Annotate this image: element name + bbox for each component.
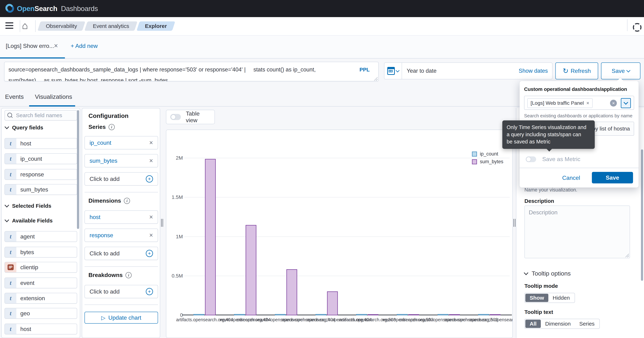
field-event[interactable]: tevent xyxy=(4,277,77,288)
bar-ip_count[interactable] xyxy=(397,314,408,315)
bar-ip_count[interactable] xyxy=(275,314,286,315)
breadcrumb: Observability Event analytics Explorer xyxy=(39,22,174,31)
tooltip-line: be saved as Metric xyxy=(507,138,590,145)
description-textarea[interactable] xyxy=(524,206,630,258)
search-field-names-input[interactable] xyxy=(4,110,77,121)
field-bytes[interactable]: tbytes xyxy=(4,247,77,257)
tab-events[interactable]: Events xyxy=(5,93,24,100)
tooltip-text-series[interactable]: Series xyxy=(575,320,599,328)
panel-scrollbar[interactable] xyxy=(641,149,643,281)
field-response[interactable]: tresponse xyxy=(4,169,77,180)
divider xyxy=(84,304,158,305)
series-item-ip-count[interactable]: ip_count× xyxy=(84,136,158,149)
series-add-button[interactable]: Click to add+ xyxy=(84,172,158,186)
bar-ip_count[interactable] xyxy=(478,314,489,315)
field-geo[interactable]: tgeo xyxy=(4,308,77,319)
dashboards-combobox[interactable]: [Logs] Web traffic Panel× × xyxy=(524,96,634,110)
close-icon[interactable]: × xyxy=(149,157,153,165)
bar-sum_bytes[interactable] xyxy=(368,314,378,315)
bar-ip_count[interactable] xyxy=(316,314,326,315)
opensearch-logo-icon xyxy=(5,4,14,14)
tooltip-text-dimension[interactable]: Dimension xyxy=(541,320,575,328)
cancel-button[interactable]: Cancel xyxy=(562,175,580,181)
table-view-toggle[interactable] xyxy=(170,114,181,120)
save-as-metric-toggle[interactable] xyxy=(526,156,536,162)
close-icon[interactable]: × xyxy=(54,42,58,50)
bar-sum_bytes[interactable] xyxy=(246,225,256,315)
refresh-button[interactable]: ↻ Refresh xyxy=(555,63,598,79)
panel-resize-handle[interactable] xyxy=(161,219,163,227)
field-clientip[interactable]: IPclientip xyxy=(4,262,77,273)
show-dates-button[interactable]: Show dates xyxy=(519,63,552,79)
workspace-tab-bar: [Logs] Show erro... × + Add new xyxy=(0,36,644,59)
field-host[interactable]: thost xyxy=(4,138,77,149)
bar-ip_count[interactable] xyxy=(356,314,367,315)
date-range-value[interactable]: Year to date xyxy=(402,63,519,79)
bar-sum_bytes[interactable] xyxy=(327,291,338,315)
calendar-dropdown-button[interactable] xyxy=(384,63,402,79)
tooltip-text-all[interactable]: All xyxy=(525,320,541,328)
close-icon[interactable]: × xyxy=(586,100,589,106)
bar-sum_bytes[interactable] xyxy=(490,314,500,315)
sidebar-scrollbar[interactable] xyxy=(77,110,79,229)
bar-sum_bytes[interactable] xyxy=(449,314,460,315)
bar-sum_bytes[interactable] xyxy=(408,314,419,315)
breakdown-add-button[interactable]: Click to add+ xyxy=(84,285,158,298)
opensearch-logo[interactable]: OpenSearch Dashboards xyxy=(5,4,98,14)
dimension-add-button[interactable]: Click to add+ xyxy=(84,247,158,260)
field-host-available[interactable]: thost xyxy=(4,323,77,334)
combobox-dropdown-button[interactable] xyxy=(621,98,631,108)
section-available-fields[interactable]: Available Fields xyxy=(5,218,53,224)
bar-ip_count[interactable] xyxy=(194,314,204,315)
close-icon[interactable]: × xyxy=(149,213,153,221)
bar-ip_count[interactable] xyxy=(438,314,448,315)
clear-selection-icon[interactable]: × xyxy=(610,100,617,107)
dimension-item-response[interactable]: response× xyxy=(84,229,158,242)
bar-sum_bytes[interactable] xyxy=(205,159,216,315)
menu-icon[interactable] xyxy=(6,22,13,30)
logo-text-open: Open xyxy=(17,5,34,13)
save-button[interactable]: Save xyxy=(592,172,633,183)
chevron-down-icon xyxy=(4,125,9,129)
section-selected-fields[interactable]: Selected Fields xyxy=(5,203,51,209)
tooltip-options-section[interactable]: Tooltip options xyxy=(524,270,571,277)
ppl-query-input[interactable]: source=opensearch_dashboards_sample_data… xyxy=(4,62,379,81)
info-icon[interactable]: i xyxy=(124,198,130,204)
field-ip-count[interactable]: tip_count xyxy=(4,153,77,164)
bar-chart-plot[interactable] xyxy=(184,130,510,315)
field-extension[interactable]: textension xyxy=(4,293,77,304)
close-icon[interactable]: × xyxy=(149,139,153,147)
field-sum-bytes[interactable]: tsum_bytes xyxy=(4,184,77,195)
add-new-tab-button[interactable]: + Add new xyxy=(71,43,98,49)
selected-dashboard-tag[interactable]: [Logs] Web traffic Panel× xyxy=(527,98,592,108)
info-icon[interactable]: i xyxy=(126,272,132,278)
plus-circle-icon: + xyxy=(146,288,153,295)
save-dropdown-button[interactable]: Save xyxy=(601,63,640,79)
series-item-sum-bytes[interactable]: sum_bytes× xyxy=(84,154,158,167)
tooltip-mode-hidden[interactable]: Hidden xyxy=(548,294,574,302)
bar-ip_count[interactable] xyxy=(234,314,245,315)
panel-resize-handle[interactable] xyxy=(514,219,516,227)
legend-entry-sum_bytes[interactable]: sum_bytes xyxy=(472,159,504,165)
x-tick-label: opensearch-opensearch-opensearch.org,503 xyxy=(444,317,513,322)
breadcrumb-observability[interactable]: Observability xyxy=(39,22,84,31)
field-agent[interactable]: tagent xyxy=(4,231,77,242)
popover-title: Custom operational dashboards/applicatio… xyxy=(524,86,635,92)
close-icon[interactable]: × xyxy=(149,231,153,239)
bar-sum_bytes[interactable] xyxy=(286,269,297,315)
home-icon[interactable]: ⌂ xyxy=(22,20,28,31)
fields-sidebar: Query fields thost tip_count tresponse t… xyxy=(1,108,80,338)
section-query-fields[interactable]: Query fields xyxy=(5,125,43,131)
dimension-item-host[interactable]: host× xyxy=(84,210,158,224)
breadcrumb-explorer[interactable]: Explorer xyxy=(138,22,174,31)
tab-logs-show-errors[interactable]: [Logs] Show erro... xyxy=(6,43,54,49)
help-icon[interactable] xyxy=(633,23,642,32)
breadcrumb-event-analytics[interactable]: Event analytics xyxy=(86,22,136,31)
info-icon[interactable]: i xyxy=(108,124,115,130)
tooltip-mode-show[interactable]: Show xyxy=(525,294,548,302)
legend-entry-ip_count[interactable]: ip_count xyxy=(472,151,504,157)
tab-visualizations[interactable]: Visualizations xyxy=(35,93,72,100)
update-chart-button[interactable]: ▷Update chart xyxy=(84,312,158,323)
query-resize-handle[interactable] xyxy=(374,77,378,81)
query-text[interactable]: source=opensearch_dashboards_sample_data… xyxy=(8,64,359,81)
